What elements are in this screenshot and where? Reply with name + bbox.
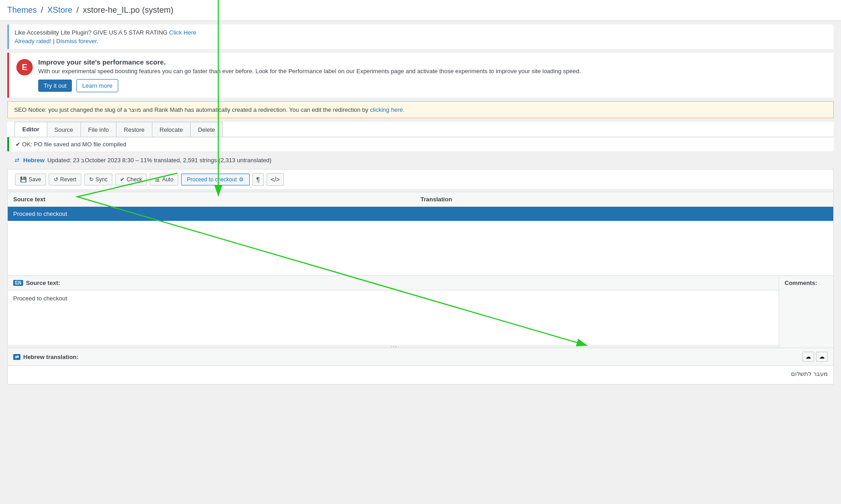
sync-label: Sync [96,176,108,183]
tab-source[interactable]: Source [47,122,81,137]
already-rated-link[interactable]: Already rated! [15,38,51,45]
save-icon: 💾 [20,176,27,183]
tab-relocate[interactable]: Relocate [152,122,191,137]
file-updated-text: Updated: 23 בOctober 2023 8:30 – 11% tra… [47,157,272,164]
tab-restore[interactable]: Restore [116,122,152,137]
seo-notice: SEO Notice: you just changed the slug of… [7,101,834,118]
check-label: Check [126,176,142,183]
hebrew-actions: ☁ ☁ [802,352,828,362]
ok-text: ✔ OK: PO file saved and MO file compiled [15,141,126,148]
action-toolbar: 💾 Save ↺ Revert ↻ Sync ✔ Check 🖨 Auto Pr… [7,169,834,190]
source-main: EN Source text: Proceed to checkout [8,276,779,348]
table-header: Source text Translation [8,192,833,207]
check-icon: ✔ [120,176,125,183]
comments-label: Comments: [785,279,817,286]
check-button[interactable]: ✔ Check [115,174,147,185]
tab-delete[interactable]: Delete [190,122,223,137]
proceed-label: Proceed to checkout [187,176,237,183]
ok-notice: ✔ OK: PO file saved and MO file compiled [7,137,834,151]
hebrew-section: ⇄ Hebrew translation: ☁ ☁ מעבר לתשלום [7,348,834,384]
dismiss-link[interactable]: Dismiss forever. [56,38,98,45]
code-button[interactable]: </> [267,173,284,186]
proceed-to-checkout-button[interactable]: Proceed to checkout ⚙ [181,174,249,185]
accessibility-text: Like Accessibility Lite Plugin? GIVE US … [15,29,167,36]
hebrew-title: Hebrew translation: [23,354,78,360]
source-text-label: EN Source text: [8,276,779,290]
row-source-text: Proceed to checkout [13,210,421,217]
hebrew-text-value: מעבר לתשלום [791,370,828,377]
revert-button[interactable]: ↺ Revert [49,174,81,185]
revert-icon: ↺ [54,176,58,183]
hebrew-badge: ⇄ [13,354,20,360]
table-empty-area [8,221,833,275]
sep3: | [53,38,56,45]
sep2: / [76,5,81,15]
breadcrumb-xstore[interactable]: XStore [47,5,72,15]
en-badge: EN [13,280,23,286]
source-translation-row: EN Source text: Proceed to checkout Comm… [8,276,833,348]
auto-label: Auto [162,176,173,183]
performance-icon: E [16,59,33,75]
performance-description: With our experimental speed boosting fea… [38,68,581,75]
sync-icon: ↻ [89,176,94,183]
hebrew-copy-button2[interactable]: ☁ [816,352,828,362]
accessibility-line2: Already rated! | Dismiss forever. [15,38,828,45]
performance-notice: E Improve your site's performance score.… [7,53,834,98]
paragraph-button[interactable]: ¶ [252,173,264,186]
source-text-title: Source text: [26,279,60,286]
accessibility-notice: Like Accessibility Lite Plugin? GIVE US … [7,25,834,49]
source-text-content: Proceed to checkout [8,290,779,345]
tab-file-info[interactable]: File info [81,122,117,137]
learn-more-button[interactable]: Learn more [76,79,118,92]
auto-icon: 🖨 [155,176,160,183]
comments-panel: Comments: [779,276,833,348]
performance-content: Improve your site's performance score. W… [38,58,581,92]
proceed-icon: ⚙ [239,176,244,183]
save-label: Save [29,176,41,183]
accessibility-line1: Like Accessibility Lite Plugin? GIVE US … [15,29,828,36]
tab-editor[interactable]: Editor [15,122,47,137]
col-translation: Translation [421,196,828,203]
table-row[interactable]: Proceed to checkout [8,207,833,221]
hebrew-copy-button1[interactable]: ☁ [802,352,814,362]
hebrew-content[interactable]: מעבר לתשלום [8,366,833,384]
auto-button[interactable]: 🖨 Auto [150,174,178,185]
try-it-out-button[interactable]: Try it out [38,80,72,92]
breadcrumb-themes[interactable]: Themes [7,5,37,15]
source-text-value: Proceed to checkout [13,295,67,302]
revert-label: Revert [60,176,76,183]
row-translation-text [421,210,828,217]
resize-handle[interactable] [8,345,779,348]
language-icon: ⇄ [15,157,20,164]
file-info-bar: ⇄ Hebrew Updated: 23 בOctober 2023 8:30 … [7,153,834,167]
seo-link[interactable]: clicking here. [370,106,404,113]
breadcrumb-current: xstore-he_IL.po (system) [83,5,173,15]
tabs-bar: Editor Source File info Restore Relocate… [7,122,834,137]
hebrew-label: ⇄ Hebrew translation: ☁ ☁ [8,348,833,366]
performance-title: Improve your site's performance score. [38,58,581,66]
source-text-section: EN Source text: Proceed to checkout Comm… [7,276,834,348]
translation-table: Source text Translation Proceed to check… [7,192,834,276]
breadcrumb: Themes / XStore / xstore-he_IL.po (syste… [0,0,841,21]
accessibility-click-here[interactable]: Click Here [169,29,196,36]
sep1: / [41,5,45,15]
save-button[interactable]: 💾 Save [15,174,46,185]
col-source-text: Source text [13,196,421,203]
sync-button[interactable]: ↻ Sync [84,174,113,185]
language-link[interactable]: Hebrew [23,157,45,164]
